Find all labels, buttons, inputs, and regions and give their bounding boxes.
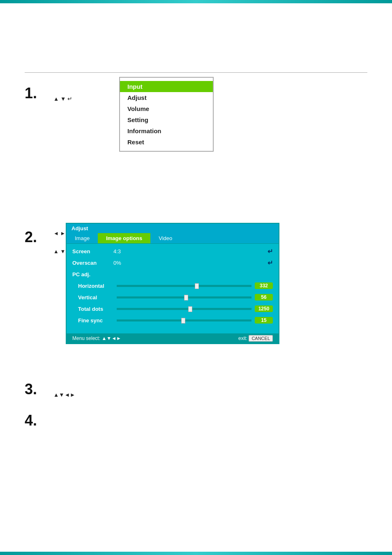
step-1-keys: ▲ ▼ ↵ <box>53 96 72 102</box>
adjust-body: Screen 4:3 ↵ Overscan 0% ↵ PC adj. <box>67 244 279 333</box>
page-header <box>25 16 367 65</box>
step-4: 4. <box>25 412 367 441</box>
step-3-keys: ▲▼◄► <box>53 392 75 398</box>
step-3: 3. ▲▼◄► <box>25 381 367 400</box>
enter-overscan: ↵ <box>261 259 273 267</box>
adjust-tabs: Image Image options Video <box>67 233 279 244</box>
tab-image[interactable]: Image <box>67 233 98 243</box>
row-vertical: Vertical 56 <box>72 292 273 302</box>
tab-video[interactable]: Video <box>150 233 180 243</box>
adjust-footer: Menu select: ▲▼◄► exit: CANCEL <box>67 333 279 343</box>
label-vertical: Vertical <box>72 294 113 301</box>
slider-horizontal[interactable] <box>117 283 251 289</box>
step-1-number: 1. <box>25 86 49 101</box>
tab-image-options[interactable]: Image options <box>98 233 150 243</box>
step-2-number: 2. <box>25 230 49 245</box>
badge-totaldots: 1250 <box>255 305 273 312</box>
step-2: 2. ◄ ► ▲ ▼ Adjust Image Image options Vi… <box>25 229 367 369</box>
step-2-keys-1: ◄ ► <box>53 230 65 236</box>
badge-horizontal: 332 <box>255 282 273 289</box>
adjust-title: Adjust <box>67 224 279 233</box>
value-overscan: 0% <box>113 260 134 266</box>
step-4-number: 4. <box>25 413 49 428</box>
menu-select-label: Menu select: ▲▼◄► <box>72 335 121 341</box>
badge-vertical: 56 <box>255 294 273 301</box>
label-screen: Screen <box>72 248 113 254</box>
enter-screen: ↵ <box>261 247 273 255</box>
step-3-number: 3. <box>25 382 49 397</box>
menu-item-information[interactable]: Information <box>120 125 213 136</box>
menu-item-setting[interactable]: Setting <box>120 114 213 125</box>
adjust-panel: Adjust Image Image options Video Screen … <box>66 223 279 344</box>
label-finesync: Fine sync <box>72 317 113 324</box>
badge-finesync: 15 <box>255 317 273 324</box>
menu-item-input[interactable]: Input <box>120 81 213 92</box>
step-1: 1. ▲ ▼ ↵ Input Adjust Volume Setting Inf… <box>25 85 367 217</box>
menu-item-volume[interactable]: Volume <box>120 103 213 114</box>
row-screen: Screen 4:3 ↵ <box>72 246 273 256</box>
slider-totaldots[interactable] <box>117 306 251 312</box>
value-screen: 4:3 <box>113 248 134 254</box>
step-4-text <box>53 412 367 441</box>
step-3-text: ▲▼◄► <box>53 381 367 400</box>
top-bar <box>0 0 392 3</box>
slider-finesync[interactable] <box>117 317 251 323</box>
row-overscan: Overscan 0% ↵ <box>72 258 273 268</box>
menu-select-keys: ▲▼◄► <box>101 335 121 341</box>
bottom-bar <box>0 552 392 555</box>
step-3-content: ▲▼◄► <box>49 381 367 400</box>
cancel-badge[interactable]: CANCEL <box>249 335 273 342</box>
row-horizontal: Horizontal 332 <box>72 281 273 291</box>
menu-item-reset[interactable]: Reset <box>120 136 213 148</box>
step-2-keys-2: ▲ ▼ <box>53 248 65 254</box>
slider-vertical[interactable] <box>117 294 251 300</box>
row-pcadj: PC adj. <box>72 269 273 279</box>
row-finesync: Fine sync 15 <box>72 315 273 325</box>
label-totaldots: Total dots <box>72 306 113 312</box>
menu-item-adjust[interactable]: Adjust <box>120 92 213 103</box>
section-divider <box>25 72 367 73</box>
step-4-content <box>49 412 367 441</box>
label-horizontal: Horizontal <box>72 283 113 289</box>
label-pcadj: PC adj. <box>72 271 113 278</box>
main-menu: Input Adjust Volume Setting Information … <box>119 77 214 152</box>
row-totaldots: Total dots 1250 <box>72 304 273 314</box>
label-overscan: Overscan <box>72 260 113 266</box>
exit-label: exit: CANCEL <box>238 335 273 341</box>
